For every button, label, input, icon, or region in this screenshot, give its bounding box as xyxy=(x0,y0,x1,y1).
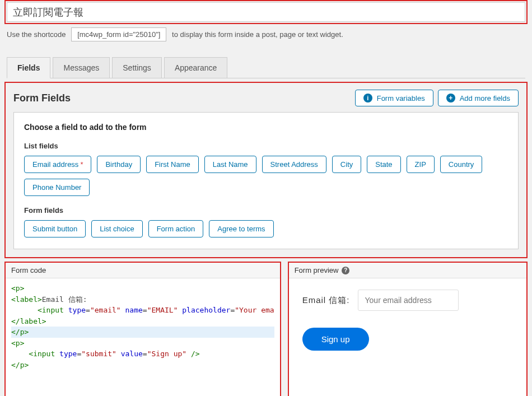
form-variables-label: Form variables xyxy=(377,94,425,103)
tabs-bar: Fields Messages Settings Appearance xyxy=(7,57,525,78)
shortcode-value[interactable]: [mc4wp_form id="25010"] xyxy=(71,27,166,41)
form-code-heading: Form code xyxy=(11,266,46,274)
tab-messages[interactable]: Messages xyxy=(53,57,110,78)
form-field-pill[interactable]: Agree to terms xyxy=(209,220,273,237)
shortcode-prefix: Use the shortcode xyxy=(7,30,66,39)
preview-submit-button[interactable]: Sign up xyxy=(302,328,369,351)
form-fields-header: Form Fields i Form variables + Add more … xyxy=(6,83,526,112)
preview-area: Email 信箱: Sign up xyxy=(289,278,526,362)
code-line: <label>Email 信箱: xyxy=(11,294,274,305)
code-line: </p> xyxy=(11,360,274,371)
form-field-pill[interactable]: Form action xyxy=(148,220,204,237)
list-field-pill[interactable]: Email address* xyxy=(24,156,91,173)
list-field-pill[interactable]: ZIP xyxy=(407,156,435,173)
code-line: </p> xyxy=(11,327,274,338)
tab-settings[interactable]: Settings xyxy=(112,57,162,78)
help-icon[interactable]: ? xyxy=(342,267,349,274)
form-field-pill[interactable]: Submit button xyxy=(24,220,86,237)
form-fields-section: Form Fields i Form variables + Add more … xyxy=(4,82,528,258)
code-line: <p> xyxy=(11,283,274,294)
tab-appearance[interactable]: Appearance xyxy=(164,57,228,78)
form-code-header: Form code xyxy=(6,263,280,278)
form-preview-header: Form preview ? xyxy=(289,263,526,278)
preview-email-label: Email 信箱: xyxy=(302,295,350,306)
list-fields-row: Email address*BirthdayFirst NameLast Nam… xyxy=(24,156,508,196)
header-buttons: i Form variables + Add more fields xyxy=(355,90,519,106)
title-input-container xyxy=(4,0,528,24)
code-line: <p> xyxy=(11,338,274,349)
form-preview-panel: Form preview ? Email 信箱: Sign up xyxy=(288,262,528,396)
list-field-pill[interactable]: Country xyxy=(440,156,483,173)
form-preview-heading: Form preview xyxy=(295,266,339,274)
code-preview-row: Form code <p><label>Email 信箱: <input typ… xyxy=(4,262,528,396)
preview-email-row: Email 信箱: xyxy=(302,290,513,311)
form-fields-heading: Form Fields xyxy=(13,92,71,104)
shortcode-instruction: Use the shortcode [mc4wp_form id="25010"… xyxy=(0,25,532,44)
choose-field-panel: Choose a field to add to the form List f… xyxy=(13,112,519,249)
form-fields-row: Submit buttonList choiceForm actionAgree… xyxy=(24,220,508,237)
code-line: <input type="email" name="EMAIL" placeho… xyxy=(11,305,274,316)
add-more-fields-label: Add more fields xyxy=(460,94,510,103)
plus-icon: + xyxy=(446,94,455,103)
list-field-pill[interactable]: Birthday xyxy=(97,156,141,173)
tab-fields[interactable]: Fields xyxy=(7,57,50,78)
form-code-panel: Form code <p><label>Email 信箱: <input typ… xyxy=(4,262,281,396)
choose-title: Choose a field to add to the form xyxy=(24,123,508,132)
form-field-pill[interactable]: List choice xyxy=(91,220,142,237)
form-code-editor[interactable]: <p><label>Email 信箱: <input type="email" … xyxy=(6,278,280,396)
form-title-input[interactable] xyxy=(7,2,525,22)
code-line: <input type="submit" value="Sign up" /> xyxy=(11,348,274,360)
list-fields-label: List fields xyxy=(24,142,508,150)
list-field-pill[interactable]: Last Name xyxy=(204,156,256,173)
list-field-pill[interactable]: First Name xyxy=(146,156,199,173)
list-field-pill[interactable]: State xyxy=(367,156,400,173)
form-fields-label: Form fields xyxy=(24,206,508,215)
info-icon: i xyxy=(363,94,372,103)
add-more-fields-button[interactable]: + Add more fields xyxy=(438,90,519,106)
list-field-pill[interactable]: City xyxy=(332,156,361,173)
preview-email-input[interactable] xyxy=(358,290,459,311)
required-asterisk: * xyxy=(80,160,83,169)
code-line: </label> xyxy=(11,316,274,327)
form-variables-button[interactable]: i Form variables xyxy=(355,90,433,106)
shortcode-suffix: to display this form inside a post, page… xyxy=(172,30,343,39)
list-field-pill[interactable]: Street Address xyxy=(262,156,326,173)
list-field-pill[interactable]: Phone Number xyxy=(24,179,90,196)
